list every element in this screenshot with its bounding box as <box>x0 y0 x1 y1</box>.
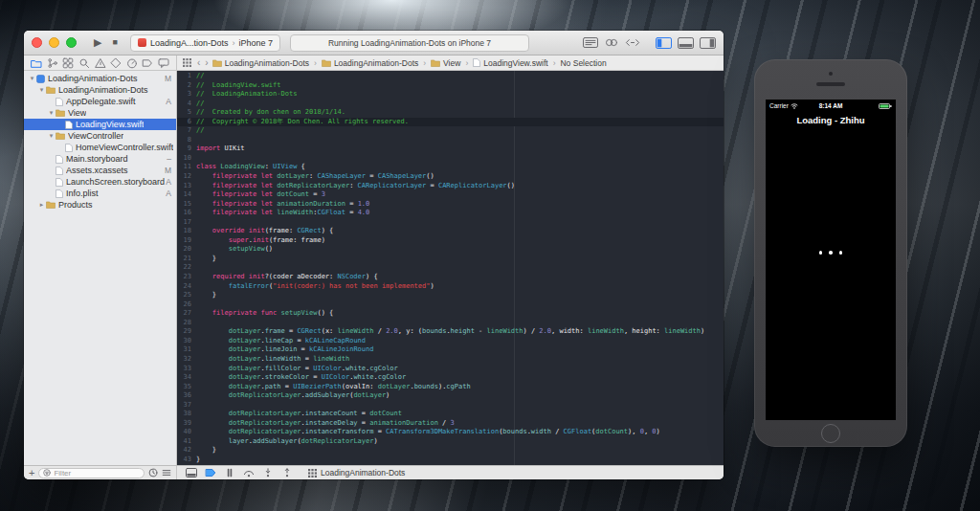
code-line[interactable]: 28 <box>177 319 724 328</box>
related-items-icon[interactable] <box>183 58 191 67</box>
source-control-navigator-tab[interactable] <box>47 57 58 69</box>
symbol-navigator-tab[interactable] <box>62 57 74 69</box>
file-tree-row[interactable]: HomeViewController.swift <box>24 142 176 153</box>
code-line[interactable]: 39 dotReplicatorLayer.instanceDelay = an… <box>177 419 724 429</box>
flattened-list-icon[interactable] <box>162 468 171 478</box>
back-button[interactable]: ‹ <box>197 58 200 68</box>
code-line[interactable]: 33 dotLayer.fillColor = UIColor.white.cg… <box>177 365 724 374</box>
code-line[interactable]: 25 } <box>177 291 724 300</box>
code-line[interactable]: 20 setupView() <box>177 245 724 255</box>
disclosure-triangle[interactable]: ▾ <box>47 132 56 140</box>
code-line[interactable]: 38 dotReplicatorLayer.instanceCount = do… <box>177 410 724 419</box>
code-line[interactable]: 14 fileprivate let dotCount = 3 <box>177 190 724 200</box>
step-over-button[interactable] <box>243 468 255 478</box>
code-line[interactable]: 4// <box>177 100 724 109</box>
code-line[interactable]: 17 <box>177 218 724 228</box>
code-line[interactable]: 11class LoadingView: UIView { <box>177 163 724 172</box>
file-tree-row[interactable]: LoadingView.swift <box>24 119 176 130</box>
file-tree-row[interactable]: ▾LoadingAnimation-Dots <box>24 84 176 96</box>
standard-editor-button[interactable] <box>583 37 598 48</box>
file-tree-row[interactable]: Main.storyboard– <box>24 153 176 165</box>
version-editor-button[interactable] <box>625 37 640 48</box>
code-line[interactable]: 10 <box>177 154 724 164</box>
code-line[interactable]: 2// LoadingView.swift <box>177 81 724 91</box>
code-line[interactable]: 6// Copyright © 2018年 Don Chen. All righ… <box>177 118 724 127</box>
pause-button[interactable] <box>224 468 235 478</box>
navigator-panel-button[interactable] <box>656 37 672 49</box>
code-line[interactable]: 22 <box>177 263 724 273</box>
code-line[interactable]: 34 dotLayer.strokeColor = UIColor.white.… <box>177 373 724 383</box>
file-tree-row[interactable]: Info.plistA <box>24 188 176 199</box>
file-tree-row[interactable]: Assets.xcassetsM <box>24 165 176 176</box>
jump-bar-item[interactable]: LoadingAnimation-Dots <box>212 58 309 68</box>
jump-bar-item[interactable]: View <box>431 58 460 68</box>
file-tree-row[interactable]: ▾ViewController <box>24 130 176 142</box>
file-tree-row[interactable]: ▾View <box>24 107 176 119</box>
code-line[interactable]: 36 dotReplicatorLayer.addSublayer(dotLay… <box>177 391 724 401</box>
hide-debug-area-button[interactable] <box>186 468 197 478</box>
code-line[interactable]: 40 dotReplicatorLayer.instanceTransform … <box>177 428 724 437</box>
file-tree-row[interactable]: AppDelegate.swiftA <box>24 96 176 107</box>
disclosure-triangle[interactable]: ▸ <box>37 201 46 209</box>
forward-button[interactable]: › <box>205 58 208 68</box>
find-navigator-tab[interactable] <box>78 57 90 69</box>
code-line[interactable]: 1// <box>177 72 724 81</box>
code-line[interactable]: 21 } <box>177 255 724 264</box>
code-line[interactable]: 42 } <box>177 446 724 455</box>
file-tree-row[interactable]: ▸Products <box>24 199 176 211</box>
filter-input[interactable] <box>54 469 140 478</box>
debug-area-panel-button[interactable] <box>678 37 694 49</box>
code-line[interactable]: 27 fileprivate func setupView() { <box>177 309 724 319</box>
scheme-selector[interactable]: LoadingA...tion-Dots › iPhone 7 <box>130 34 280 52</box>
simulator-screen[interactable]: Carrier 8:14 AM Loading - Zhihu <box>766 100 896 420</box>
code-line[interactable]: 32 dotLayer.lineWidth = lineWidth <box>177 355 724 365</box>
zoom-button[interactable] <box>66 37 77 48</box>
code-line[interactable]: 12 fileprivate let dotLayer: CAShapeLaye… <box>177 172 724 182</box>
minimize-button[interactable] <box>49 37 59 48</box>
issue-navigator-tab[interactable] <box>95 57 106 69</box>
code-line[interactable]: 8 <box>177 136 724 145</box>
jump-bar-item[interactable]: LoadingAnimation-Dots <box>322 58 418 68</box>
recent-files-clock-icon[interactable] <box>148 468 158 478</box>
code-line[interactable]: 5// Created by don chen on 2018/1/14. <box>177 108 724 118</box>
code-line[interactable]: 29 dotLayer.frame = CGRect(x: lineWidth … <box>177 327 724 337</box>
disclosure-triangle[interactable]: ▾ <box>28 75 36 82</box>
code-line[interactable]: 18 override init(frame: CGRect) { <box>177 227 724 236</box>
code-line[interactable]: 19 super.init(frame: frame) <box>177 236 724 246</box>
code-line[interactable]: 24 fatalError("init(coder:) has not been… <box>177 282 724 292</box>
breakpoints-button[interactable] <box>205 468 216 478</box>
code-line[interactable]: 23 required init?(coder aDecoder: NSCode… <box>177 273 724 282</box>
debug-navigator-tab[interactable] <box>126 57 138 69</box>
code-line[interactable]: 35 dotLayer.path = UIBezierPath(ovalIn: … <box>177 383 724 392</box>
code-line[interactable]: 15 fileprivate let animationDuration = 1… <box>177 200 724 210</box>
inspector-panel-button[interactable] <box>700 37 716 49</box>
code-line[interactable]: 30 dotLayer.lineCap = kCALineCapRound <box>177 337 724 346</box>
code-line[interactable]: 16 fileprivate let lineWidth:CGFloat = 4… <box>177 209 724 218</box>
code-line[interactable]: 43} <box>177 455 724 465</box>
code-line[interactable]: 3// LoadingAnimation-Dots <box>177 90 724 100</box>
run-button[interactable]: ▶ <box>94 37 101 48</box>
breakpoint-navigator-tab[interactable] <box>142 57 153 69</box>
assistant-editor-button[interactable] <box>604 37 619 48</box>
step-out-button[interactable] <box>281 468 293 478</box>
project-navigator-tab[interactable] <box>31 57 42 69</box>
code-line[interactable]: 7// <box>177 126 724 136</box>
add-button[interactable]: + <box>29 468 34 478</box>
code-line[interactable]: 41 layer.addSublayer(dotReplicatorLayer) <box>177 437 724 447</box>
code-editor[interactable]: 1//2// LoadingView.swift3// LoadingAnima… <box>177 71 724 465</box>
stop-button[interactable]: ■ <box>112 38 117 47</box>
filter-field[interactable] <box>38 468 145 478</box>
jump-bar-item[interactable]: LoadingView.swift <box>473 58 547 68</box>
close-button[interactable] <box>32 37 42 48</box>
file-tree-row[interactable]: LaunchScreen.storyboardA <box>24 176 176 188</box>
code-line[interactable]: 37 <box>177 401 724 411</box>
xcode-titlebar[interactable]: ▶ ■ LoadingA...tion-Dots › iPhone 7 Runn… <box>24 31 724 56</box>
file-tree-row[interactable]: ▾LoadingAnimation-DotsM <box>24 73 176 84</box>
code-line[interactable]: 31 dotLayer.lineJoin = kCALineJoinRound <box>177 345 724 355</box>
step-into-button[interactable] <box>262 468 274 478</box>
code-line[interactable]: 26 <box>177 300 724 310</box>
disclosure-triangle[interactable]: ▾ <box>37 86 46 94</box>
report-navigator-tab[interactable] <box>158 57 169 69</box>
code-line[interactable]: 9import UIKit <box>177 144 724 154</box>
jump-bar-item[interactable]: No Selection <box>560 58 606 68</box>
